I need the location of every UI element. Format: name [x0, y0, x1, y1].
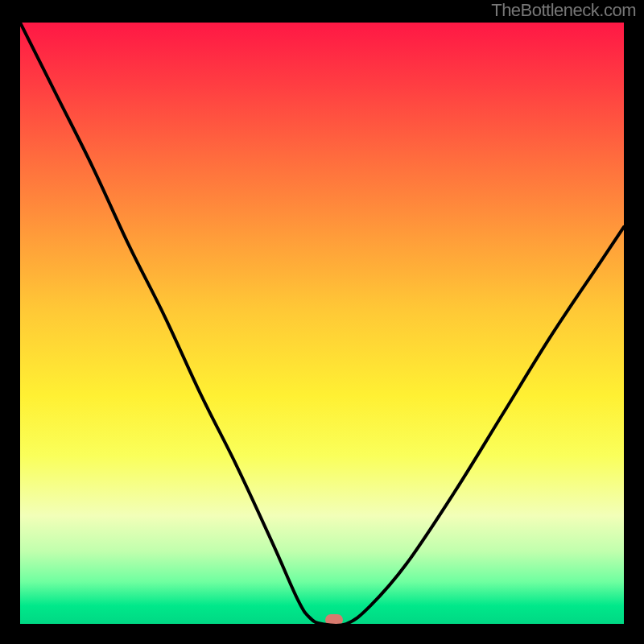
bottleneck-curve — [20, 23, 624, 624]
chart-container: TheBottleneck.com — [0, 0, 644, 644]
attribution-label: TheBottleneck.com — [491, 0, 636, 21]
plot-area — [20, 23, 624, 624]
